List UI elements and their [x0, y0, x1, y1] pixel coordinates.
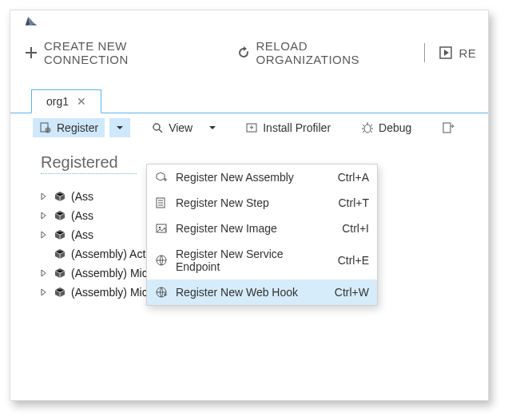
menu-shortcut: Ctrl+T	[339, 196, 370, 209]
expand-icon[interactable]	[41, 288, 49, 296]
menu-register-new-image[interactable]: Register New Image Ctrl+I	[147, 216, 377, 241]
tab-org1[interactable]: org1 ✕	[31, 89, 101, 113]
svg-point-5	[364, 125, 371, 133]
main-toolbar: CREATE NEW CONNECTION RELOAD ORGANIZATIO…	[10, 31, 488, 74]
reload-organizations-label: RELOAD ORGANIZATIONS	[256, 39, 411, 66]
menu-register-new-web-hook[interactable]: Register New Web Hook Ctrl+W	[147, 279, 377, 305]
plus-icon	[25, 46, 38, 59]
register-dropdown-menu: Register New Assembly Ctrl+A Register Ne…	[146, 164, 378, 306]
menu-register-new-service-endpoint[interactable]: Register New Service Endpoint Ctrl+E	[147, 241, 377, 279]
register-button[interactable]: Register	[33, 118, 105, 137]
assembly-icon	[54, 286, 66, 299]
dynamics-logo-icon	[25, 14, 38, 27]
install-profiler-button[interactable]: Install Profiler	[239, 118, 337, 137]
register-label: Register	[57, 121, 98, 134]
install-profiler-label: Install Profiler	[263, 121, 331, 134]
view-icon	[151, 121, 164, 134]
section-title: Registered	[41, 153, 137, 174]
debug-icon	[361, 121, 374, 134]
view-label: View	[169, 121, 192, 134]
menu-label: Register New Web Hook	[176, 286, 327, 299]
step-icon	[155, 196, 168, 209]
tree-label: (Ass	[71, 228, 93, 241]
assembly-icon	[54, 209, 66, 222]
endpoint-icon	[155, 254, 168, 267]
image-icon	[155, 222, 168, 235]
svg-point-9	[159, 227, 161, 229]
overflow-button[interactable]	[435, 118, 454, 137]
debug-button[interactable]: Debug	[355, 118, 418, 137]
expand-icon[interactable]	[41, 269, 49, 277]
tabstrip: org1 ✕	[10, 89, 488, 113]
app-window: CREATE NEW CONNECTION RELOAD ORGANIZATIO…	[10, 10, 489, 401]
register-dropdown-toggle[interactable]	[109, 118, 130, 137]
create-connection-button[interactable]: CREATE NEW CONNECTION	[25, 39, 210, 66]
register-icon	[39, 121, 52, 134]
svg-point-3	[153, 124, 160, 130]
debug-label: Debug	[379, 121, 411, 134]
install-icon	[245, 121, 258, 134]
menu-shortcut: Ctrl+E	[338, 254, 369, 267]
menu-shortcut: Ctrl+I	[342, 222, 369, 235]
menu-label: Register New Image	[176, 222, 334, 235]
tree-label: (Ass	[71, 190, 93, 203]
menu-register-new-assembly[interactable]: Register New Assembly Ctrl+A	[147, 164, 377, 190]
menu-shortcut: Ctrl+A	[338, 171, 369, 184]
tree-label: (Ass	[71, 209, 93, 222]
expand-icon[interactable]	[41, 231, 49, 239]
assembly-icon	[54, 267, 66, 279]
create-connection-label: CREATE NEW CONNECTION	[44, 39, 210, 66]
reload-organizations-button[interactable]: RELOAD ORGANIZATIONS	[237, 39, 411, 66]
menu-register-new-step[interactable]: Register New Step Ctrl+T	[147, 190, 377, 216]
webhook-icon	[155, 286, 168, 299]
titlebar	[10, 10, 488, 31]
refresh-icon	[237, 46, 250, 59]
expand-icon[interactable]	[41, 192, 49, 200]
tab-underline: org1 ✕	[10, 89, 488, 113]
expand-icon[interactable]	[41, 212, 49, 220]
truncated-toolbar-button[interactable]: RE	[439, 46, 475, 60]
assembly-icon	[54, 190, 66, 203]
menu-label: Register New Step	[176, 196, 331, 209]
assembly-icon	[54, 248, 66, 260]
view-button[interactable]: View	[145, 118, 199, 137]
menu-label: Register New Service Endpoint	[176, 248, 330, 273]
view-dropdown-toggle[interactable]	[204, 118, 221, 137]
page-export-icon	[442, 121, 454, 134]
assembly-icon	[54, 228, 66, 241]
assembly-plus-icon	[155, 171, 168, 184]
toolbar-separator	[424, 43, 425, 62]
tab-label: org1	[46, 95, 69, 108]
play-box-icon	[439, 46, 452, 59]
tab-close-icon[interactable]: ✕	[77, 95, 86, 108]
menu-shortcut: Ctrl+W	[335, 286, 369, 299]
truncated-toolbar-label: RE	[458, 46, 475, 60]
svg-rect-6	[443, 123, 450, 133]
menu-label: Register New Assembly	[176, 171, 330, 184]
secondary-toolbar: Register View Install Profiler Deb	[33, 118, 488, 137]
